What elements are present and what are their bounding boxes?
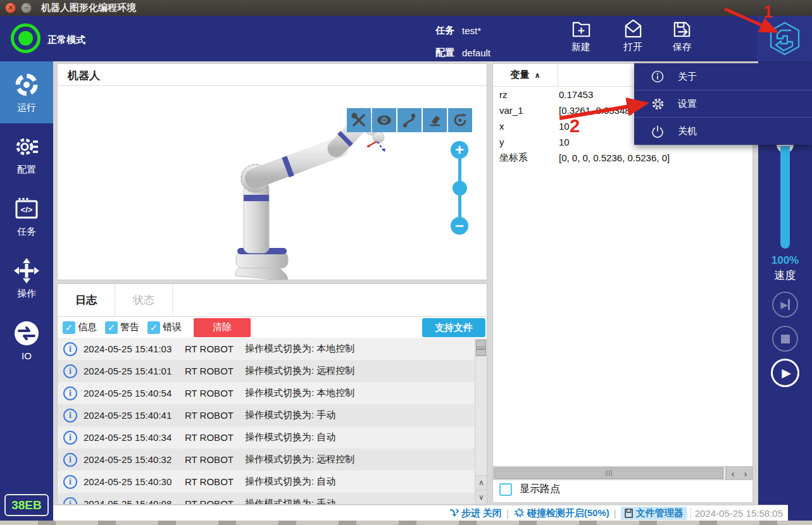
variables-collapse-toggle[interactable]: 变量 ∧	[493, 64, 558, 86]
code-window-icon: </>	[13, 195, 41, 223]
step-mode-icon	[449, 508, 459, 518]
scroll-left-icon[interactable]: ‹	[727, 467, 739, 479]
show-waypoints-checkbox[interactable]	[499, 483, 512, 496]
stop-button[interactable]	[772, 326, 798, 352]
variables-h-scrollbar-thumb[interactable]	[494, 467, 723, 479]
erase-button[interactable]	[423, 108, 447, 132]
spline-path-icon	[401, 112, 418, 128]
log-row: i 2024-05-25 15:40:34 RT ROBOT 操作模式切换为: …	[58, 426, 475, 448]
save-icon	[671, 18, 694, 40]
filter-warning-label: 警告	[120, 321, 139, 333]
collision-icon	[513, 508, 525, 518]
step-mode-status[interactable]: 步进 关闭	[449, 507, 502, 519]
desktop-background-strip	[0, 521, 812, 525]
variables-h-scroll-buttons: ‹ ›	[726, 466, 753, 480]
log-scrollbar[interactable]: ∧ ∨	[475, 338, 487, 504]
collision-detection-status[interactable]: 碰撞检测开启(50%)	[513, 507, 609, 519]
zoom-slider-knob[interactable]	[453, 181, 467, 195]
visibility-button[interactable]	[372, 108, 396, 132]
sidebar-item-run[interactable]: 运行	[0, 61, 53, 123]
filter-error-checkbox[interactable]	[147, 321, 160, 334]
scroll-up-icon[interactable]: ∧	[475, 475, 487, 490]
show-waypoints-label: 显示路点	[520, 483, 560, 496]
mode-status-icon	[11, 23, 41, 53]
filter-info-checkbox[interactable]	[63, 321, 75, 334]
tab-log[interactable]: 日志	[58, 284, 115, 316]
os-titlebar: ✕ − 机器人图形化编程环境	[0, 0, 812, 16]
sidebar-item-io[interactable]: IO	[0, 309, 53, 371]
io-swap-icon	[13, 319, 41, 347]
device-id-badge: 38EB	[4, 494, 49, 516]
sidebar-item-task[interactable]: </> 任务	[0, 185, 53, 247]
file-manager-button[interactable]: 文件管理器	[621, 507, 687, 520]
separator: |	[506, 508, 509, 519]
step-next-button[interactable]: ▶	[772, 292, 798, 318]
minimize-icon[interactable]: −	[21, 3, 32, 13]
mode-label: 正常模式	[47, 34, 85, 46]
info-icon: i	[63, 364, 77, 378]
support-files-button[interactable]: 支持文件	[422, 318, 485, 337]
viewport-toolbar	[347, 108, 472, 132]
log-panel: 日志 状态 信息 警告 错误 清除 支持文件 i 2024-05-25 15:4…	[57, 283, 487, 505]
skip-icon: ▶	[780, 299, 790, 311]
robot-3d-panel: 机器人	[57, 63, 487, 280]
log-row: i 2024-05-25 15:41:03 RT ROBOT 操作模式切换为: …	[58, 338, 475, 360]
sidebar-item-config[interactable]: 配置	[0, 123, 53, 185]
brand-logo-icon	[768, 21, 801, 56]
tools-button[interactable]	[347, 108, 371, 132]
speed-slider-track[interactable]	[780, 146, 790, 249]
stop-icon	[781, 335, 790, 343]
menu-item-shutdown[interactable]: 关机	[634, 118, 812, 145]
run-icon	[13, 71, 41, 99]
svg-text:</>: </>	[21, 205, 33, 214]
close-icon[interactable]: ✕	[5, 3, 16, 13]
info-icon: i	[63, 453, 77, 467]
app-window: ✕ − 机器人图形化编程环境 正常模式 任务 test* 配置 default …	[0, 0, 812, 525]
new-task-button[interactable]: 新建	[561, 18, 601, 60]
task-label: 任务	[435, 25, 458, 37]
config-value: default	[462, 47, 490, 58]
scroll-down-icon[interactable]: ∨	[475, 490, 487, 504]
filter-warning-checkbox[interactable]	[105, 321, 118, 334]
status-bar: 步进 关闭 | 碰撞检测开启(50%) | 文件管理器 2024-05-25 1…	[53, 505, 788, 521]
sidebar-item-operate[interactable]: 操作	[0, 247, 53, 309]
variables-title: 变量	[510, 69, 529, 81]
task-config-info: 任务 test* 配置 default	[435, 22, 490, 66]
variables-h-scrollbar[interactable]	[493, 466, 726, 480]
info-icon: i	[63, 342, 77, 356]
zoom-in-button[interactable]: +	[451, 141, 468, 159]
robot-3d-viewport[interactable]: + −	[58, 86, 487, 280]
menu-item-settings[interactable]: 设置	[634, 90, 812, 118]
tab-status[interactable]: 状态	[115, 284, 173, 316]
clear-logs-button[interactable]: 清除	[194, 318, 251, 337]
eye-icon	[376, 112, 392, 128]
filter-error-label: 错误	[163, 321, 182, 333]
log-scrollbar-thumb[interactable]	[476, 340, 486, 356]
play-icon: ▶	[782, 366, 791, 380]
eraser-icon	[427, 112, 443, 128]
open-task-button[interactable]: 打开	[613, 18, 653, 60]
status-datetime: 2024-05-25 15:58:05	[690, 508, 788, 519]
move-arrows-icon	[13, 257, 41, 285]
nav-sidebar: 运行 配置 </> 任务 操作	[0, 61, 53, 521]
play-button[interactable]: ▶	[771, 359, 799, 387]
reset-view-button[interactable]	[448, 108, 472, 132]
app-dropdown-menu: 关于 设置 关机	[634, 63, 812, 145]
menu-item-about[interactable]: 关于	[634, 63, 812, 90]
tools-icon	[351, 112, 367, 128]
zoom-out-button[interactable]: −	[451, 217, 468, 235]
power-icon	[651, 125, 665, 139]
path-button[interactable]	[397, 108, 422, 132]
task-value: test*	[462, 25, 481, 36]
gear-icon	[651, 97, 665, 111]
variable-row: 坐标系 [0, 0, 0, 0.5236, 0.5236, 0]	[493, 150, 753, 166]
app-menu-button[interactable]	[757, 16, 812, 61]
window-title: 机器人图形化编程环境	[41, 2, 136, 14]
log-tab-bar: 日志 状态	[58, 284, 487, 317]
scroll-right-icon[interactable]: ›	[739, 467, 752, 479]
info-icon	[651, 70, 665, 83]
info-icon: i	[63, 386, 77, 400]
gear-lines-icon	[13, 133, 41, 161]
log-row: i 2024-05-25 15:40:41 RT ROBOT 操作模式切换为: …	[58, 404, 475, 426]
save-task-button[interactable]: 保存	[662, 18, 703, 60]
